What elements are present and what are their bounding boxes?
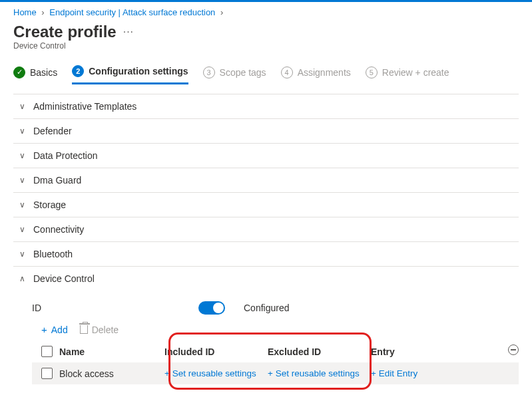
chevron-right-icon: › xyxy=(220,7,223,17)
chevron-down-icon: ∨ xyxy=(17,102,27,111)
more-actions-button[interactable]: ··· xyxy=(123,26,134,38)
section-connectivity[interactable]: ∨ Connectivity xyxy=(13,217,519,241)
section-label: Storage xyxy=(33,200,66,210)
table-row: Block access + Set reusable settings + S… xyxy=(32,362,519,384)
section-device-control[interactable]: ∧ Device Control xyxy=(13,266,519,291)
toggle-label: Configured xyxy=(244,303,290,313)
section-label: Bluetooth xyxy=(33,249,73,259)
section-label: Connectivity xyxy=(33,224,84,235)
tab-configuration-settings[interactable]: 2 Configuration settings xyxy=(72,65,188,84)
chevron-down-icon: ∨ xyxy=(17,176,27,185)
set-reusable-settings-included[interactable]: + Set reusable settings xyxy=(164,368,268,378)
step-number-icon: 2 xyxy=(72,65,84,77)
remove-row-button[interactable] xyxy=(508,344,519,355)
add-button[interactable]: + Add xyxy=(41,324,68,335)
check-icon xyxy=(13,67,25,78)
section-label: Administrative Templates xyxy=(33,101,136,112)
row-checkbox[interactable] xyxy=(41,368,53,379)
tab-assignments[interactable]: 4 Assignments xyxy=(281,67,351,84)
tab-label: Basics xyxy=(30,67,57,78)
delete-button[interactable]: Delete xyxy=(80,325,119,335)
row-name: Block access xyxy=(59,368,114,379)
section-bluetooth[interactable]: ∨ Bluetooth xyxy=(13,241,519,266)
page-subtitle: Device Control xyxy=(13,41,519,51)
wizard-tabs: Basics 2 Configuration settings 3 Scope … xyxy=(13,65,519,84)
section-storage[interactable]: ∨ Storage xyxy=(13,192,519,217)
page-title: Create profile xyxy=(13,23,117,41)
select-all-checkbox[interactable] xyxy=(41,346,53,357)
add-label: Add xyxy=(51,325,68,335)
breadcrumb-home[interactable]: Home xyxy=(13,7,37,17)
section-administrative-templates[interactable]: ∨ Administrative Templates xyxy=(13,94,519,118)
tab-label: Assignments xyxy=(298,67,351,78)
tab-label: Scope tags xyxy=(220,67,266,78)
table-header-row: Name Included ID Excluded ID Entry xyxy=(32,340,519,362)
breadcrumb: Home › Endpoint security | Attack surfac… xyxy=(13,7,519,17)
tab-scope-tags[interactable]: 3 Scope tags xyxy=(203,67,266,84)
set-reusable-settings-excluded[interactable]: + Set reusable settings xyxy=(268,368,371,378)
chevron-right-icon: › xyxy=(41,7,44,17)
step-number-icon: 5 xyxy=(366,67,378,78)
trash-icon xyxy=(80,325,88,334)
column-entry: Entry xyxy=(371,346,451,357)
section-label: Defender xyxy=(33,126,72,136)
delete-label: Delete xyxy=(92,325,119,335)
section-dma-guard[interactable]: ∨ Dma Guard xyxy=(13,168,519,192)
edit-entry-link[interactable]: + Edit Entry xyxy=(371,368,451,378)
section-label: Dma Guard xyxy=(33,175,81,186)
id-label: ID xyxy=(32,303,185,313)
chevron-down-icon: ∨ xyxy=(17,126,27,136)
chevron-down-icon: ∨ xyxy=(17,249,27,259)
column-name: Name xyxy=(59,346,85,357)
section-data-protection[interactable]: ∨ Data Protection xyxy=(13,143,519,168)
chevron-down-icon: ∨ xyxy=(17,225,27,234)
tab-label: Configuration settings xyxy=(89,66,188,76)
section-label: Device Control xyxy=(33,273,95,284)
id-table: Name Included ID Excluded ID Entry Block… xyxy=(32,340,519,384)
column-excluded-id: Excluded ID xyxy=(268,346,371,357)
tab-basics[interactable]: Basics xyxy=(13,67,57,84)
chevron-up-icon: ∧ xyxy=(17,274,27,283)
section-defender[interactable]: ∨ Defender xyxy=(13,118,519,143)
tab-label: Review + create xyxy=(382,67,449,78)
tab-review-create[interactable]: 5 Review + create xyxy=(366,67,449,84)
chevron-down-icon: ∨ xyxy=(17,200,27,209)
configured-toggle[interactable] xyxy=(198,301,225,315)
chevron-down-icon: ∨ xyxy=(17,151,27,160)
breadcrumb-endpoint-security[interactable]: Endpoint security | Attack surface reduc… xyxy=(49,7,215,17)
section-label: Data Protection xyxy=(33,150,98,161)
step-number-icon: 4 xyxy=(281,67,293,78)
plus-icon: + xyxy=(41,324,47,335)
step-number-icon: 3 xyxy=(203,67,215,78)
column-included-id: Included ID xyxy=(164,346,268,357)
